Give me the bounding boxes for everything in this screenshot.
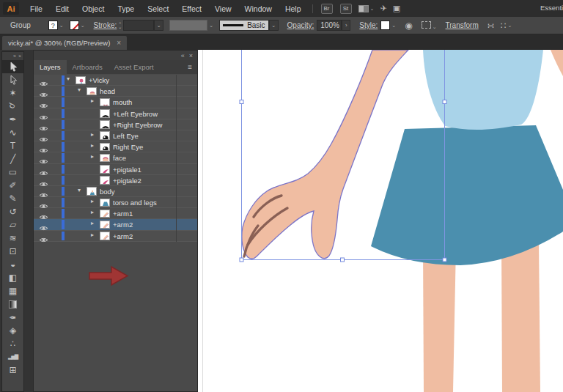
style-swatch[interactable] [380, 21, 390, 30]
visibility-eye-icon[interactable] [39, 233, 48, 246]
layer-row--arm1[interactable]: ▸+arm1 [34, 208, 197, 219]
send-icon[interactable]: ✈ [380, 4, 386, 13]
brush-chevron[interactable]: ⌄ [269, 20, 279, 31]
blend-tool[interactable]: ◈ [2, 324, 23, 337]
layer-name[interactable]: torso and legs [113, 199, 157, 207]
layer-thumbnail[interactable] [100, 199, 110, 207]
artboard-tool[interactable]: ⊞ [2, 363, 23, 377]
select-similar-icon[interactable]: ⌄ [422, 21, 437, 30]
left-leg-shape[interactable] [423, 246, 456, 392]
panel-tab-layers[interactable]: Layers [34, 60, 67, 74]
handle-mid-right[interactable] [443, 100, 446, 104]
touch-workspace-icon[interactable]: ▣ [393, 4, 400, 13]
layer-row-head[interactable]: ▾head [34, 86, 197, 97]
layer-row-mouth[interactable]: ▸mouth [34, 97, 197, 108]
expand-chevron-icon[interactable]: ▸ [91, 153, 94, 160]
expand-chevron-icon[interactable]: ▸ [91, 232, 94, 238]
layer-thumbnail[interactable] [100, 176, 110, 185]
opacity-expand-button[interactable]: › [342, 20, 350, 31]
expand-chevron-icon[interactable]: ▾ [78, 187, 81, 193]
layer-name[interactable]: +arm1 [113, 210, 133, 218]
stroke-chevron-icon[interactable]: ⌄ [81, 23, 85, 29]
layer-name[interactable]: +pigtale2 [113, 177, 141, 185]
menu-object[interactable]: Object [76, 4, 111, 13]
layer-thumbnail[interactable] [100, 131, 110, 140]
stroke-weight-chevron[interactable]: ⌄ [154, 20, 163, 31]
expand-chevron-icon[interactable]: ▸ [91, 97, 94, 104]
fill-chevron-icon[interactable]: ⌄ [59, 23, 64, 29]
scale-tool[interactable]: ▱ [2, 218, 23, 232]
magic-wand-tool[interactable]: ✶ [2, 86, 23, 100]
layer-thumbnail[interactable] [100, 165, 110, 174]
handle-bottom-right[interactable] [443, 258, 446, 262]
layer-name[interactable]: body [100, 188, 115, 196]
layer-name[interactable]: head [100, 87, 115, 95]
layer-row--left-eyebrow[interactable]: +Left Eyebrow [34, 108, 197, 119]
layer-row--pigtale1[interactable]: +pigtale1 [34, 164, 197, 175]
layer-name[interactable]: face [113, 154, 126, 162]
arrange-documents-icon[interactable]: ⌄ [358, 5, 375, 12]
gradient-tool[interactable] [2, 297, 23, 311]
layer-row-right-eye[interactable]: ▸Right Eye [34, 141, 197, 152]
recolor-artwork-icon[interactable]: ◉ [405, 21, 412, 31]
menu-edit[interactable]: Edit [49, 4, 76, 13]
stroke-weight-label[interactable]: Stroke: [94, 21, 117, 29]
layer-row-left-eye[interactable]: ▸Left Eye [34, 130, 197, 141]
menu-file[interactable]: File [23, 4, 49, 13]
handle-mid-left[interactable] [240, 100, 243, 104]
menu-view[interactable]: View [208, 4, 238, 13]
close-document-icon[interactable]: × [117, 39, 121, 47]
layer-thumbnail[interactable] [76, 76, 86, 85]
menu-effect[interactable]: Effect [175, 4, 208, 13]
live-paint-bucket-tool[interactable]: ◧ [2, 271, 23, 284]
expand-chevron-icon[interactable]: ▸ [91, 198, 94, 204]
layer-thumbnail[interactable] [87, 187, 97, 196]
pen-tool[interactable]: ✒ [2, 113, 23, 126]
opacity-label[interactable]: Opacity: [287, 21, 314, 29]
direct-selection-tool[interactable] [2, 73, 23, 86]
layer-row-torso-and-legs[interactable]: ▸torso and legs [34, 197, 197, 208]
close-panel-icon[interactable]: × [18, 53, 21, 59]
layer-name[interactable]: +pigtale1 [113, 166, 141, 174]
layer-name[interactable]: +Vicky [89, 76, 109, 84]
layer-row--vicky[interactable]: ▾+Vicky [34, 75, 197, 86]
layer-row--arm2[interactable]: ▸+arm2 [34, 231, 197, 242]
brush-definition-dropdown[interactable]: Basic [219, 20, 268, 31]
shirt-shape[interactable] [423, 50, 543, 130]
panel-menu-icon[interactable]: ≡ [183, 60, 197, 74]
layer-thumbnail[interactable] [100, 120, 110, 129]
selection-tool[interactable] [2, 60, 23, 73]
layer-thumbnail[interactable] [100, 143, 110, 152]
expand-chevron-icon[interactable]: ▾ [67, 75, 70, 82]
expand-chevron-icon[interactable]: ▸ [91, 131, 94, 138]
width-tool[interactable]: ≋ [2, 232, 23, 245]
lasso-tool[interactable]: ρ [2, 100, 23, 113]
layer-thumbnail[interactable] [100, 154, 110, 163]
document-tab[interactable]: vicky.ai* @ 300% (RGB/Preview) × [2, 36, 127, 50]
distribute-options-icon[interactable]: ∷ [501, 21, 507, 31]
canvas-area[interactable] [198, 50, 563, 392]
illustrator-logo[interactable]: Ai [3, 2, 19, 15]
layer-name[interactable]: +Right Eyebrow [113, 121, 162, 129]
layer-row--right-eyebrow[interactable]: +Right Eyebrow [34, 119, 197, 130]
type-tool[interactable]: T [2, 139, 23, 152]
layer-name[interactable]: Right Eye [113, 143, 143, 151]
handle-bottom-left[interactable] [240, 258, 243, 262]
free-transform-tool[interactable]: ⊡ [2, 245, 23, 258]
layer-thumbnail[interactable] [87, 87, 97, 96]
rotate-tool[interactable]: ↺ [2, 205, 23, 218]
skirt-shape[interactable] [371, 125, 563, 265]
pencil-tool[interactable]: ✎ [2, 192, 23, 205]
expand-chevron-icon[interactable]: ▸ [91, 220, 94, 226]
workspace-switcher[interactable]: Essentials [540, 4, 563, 12]
opacity-field[interactable]: 100% [317, 20, 342, 31]
align-chevron[interactable]: ⌄ [507, 23, 512, 29]
expand-chevron-icon[interactable]: ▸ [91, 209, 94, 215]
shape-builder-tool[interactable]: ◒ [2, 258, 23, 271]
panel-tab-artboards[interactable]: Artboards [67, 60, 108, 74]
app-badge-st[interactable]: St [340, 4, 352, 14]
column-graph-tool[interactable]: ▂▅▇ [2, 350, 23, 363]
handle-bottom-mid[interactable] [341, 258, 345, 262]
menu-help[interactable]: Help [279, 4, 308, 13]
fill-color-swatch[interactable]: ? [48, 21, 58, 30]
